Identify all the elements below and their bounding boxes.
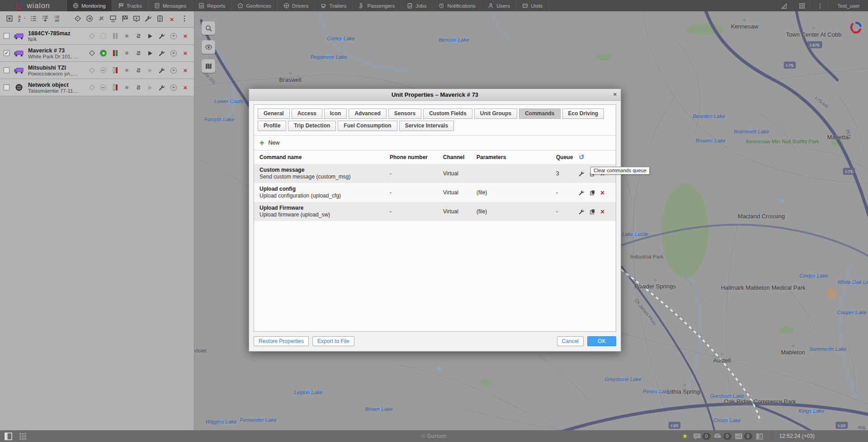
map-search-button[interactable] (202, 21, 215, 35)
nav-tracks[interactable]: Tracks (112, 0, 148, 11)
quick-track-icon[interactable] (145, 68, 155, 73)
unit-properties-icon[interactable] (157, 85, 167, 91)
wrench-icon[interactable] (145, 15, 152, 22)
quick-track-icon[interactable] (145, 34, 155, 38)
close-icon[interactable]: × (613, 91, 617, 98)
toolbar-list[interactable] (28, 15, 39, 24)
toolbar-list-all[interactable]: All (51, 15, 63, 24)
unit-checkbox[interactable]: ✓ (4, 50, 9, 56)
toolbar-sort-az[interactable]: AZ↓ (15, 15, 28, 24)
locate-unit-icon[interactable] (87, 34, 97, 38)
unit-properties-icon[interactable] (157, 33, 167, 39)
unit-properties-icon[interactable] (157, 67, 167, 74)
nav-monitoring[interactable]: Monitoring (67, 0, 112, 11)
mail-forward-counter[interactable]: 0 (714, 433, 731, 440)
nav-trailers[interactable]: Trailers (315, 0, 353, 11)
unit-checkbox[interactable] (4, 85, 9, 90)
toolbar-crosshair[interactable] (72, 15, 84, 24)
locate-unit-icon[interactable] (87, 51, 97, 55)
unit-row[interactable]: 1884CY-785mazN/AS× (0, 28, 194, 45)
window-panel-icon[interactable] (5, 433, 12, 440)
tab-fuel-consumption[interactable]: Fuel Consumption (338, 121, 397, 131)
unit-checkbox[interactable] (4, 33, 9, 39)
locate-unit-icon[interactable] (87, 68, 97, 72)
unit-menu-icon[interactable] (169, 67, 179, 74)
tab-custom-fields[interactable]: Custom Fields (423, 108, 472, 119)
unit-row[interactable]: ✓Maverick # 73White Park Dr 101, …S× (0, 45, 194, 62)
tab-sensors[interactable]: Sensors (388, 108, 421, 119)
antenna-icon[interactable] (98, 15, 105, 22)
remove-from-list-icon[interactable]: × (180, 67, 190, 74)
toolbar-wrench[interactable] (142, 15, 154, 24)
unit-properties-icon[interactable] (157, 50, 167, 56)
comment-counter[interactable]: 0 (693, 433, 711, 440)
tab-eco-driving[interactable]: Eco Driving (562, 108, 604, 119)
nav-drivers[interactable]: Drivers (278, 0, 315, 11)
tracking-icon[interactable]: S (134, 67, 144, 74)
restore-properties-button[interactable]: Restore Properties (254, 336, 309, 346)
copy-icon[interactable] (590, 209, 595, 215)
unit-checkbox[interactable] (4, 67, 9, 73)
remove-from-list-icon[interactable]: × (180, 85, 190, 91)
new-command-button[interactable]: + New (254, 136, 616, 150)
nav-units[interactable]: Units (516, 0, 549, 11)
delete-command-icon[interactable]: × (600, 190, 604, 196)
sort-az-icon[interactable]: AZ↓ (18, 15, 25, 22)
tab-commands[interactable]: Commands (519, 108, 560, 119)
list-icon[interactable] (30, 15, 37, 22)
nav-passengers[interactable]: Passengers (353, 0, 401, 11)
tab-icon[interactable]: Icon (324, 108, 347, 119)
ruler-triangle-button[interactable] (774, 0, 793, 11)
copy-icon[interactable] (590, 190, 595, 196)
nav-geofences[interactable]: Geofences (231, 0, 278, 11)
apps-grid-button[interactable] (793, 0, 811, 11)
map-eye-button[interactable] (202, 40, 215, 54)
nav-users[interactable]: Users (482, 0, 516, 11)
map-map-layers-button[interactable] (202, 59, 215, 73)
toolbar-follow-arrow[interactable] (84, 15, 95, 24)
apps-grid-icon[interactable] (19, 433, 27, 440)
screen-network-icon[interactable] (109, 15, 117, 22)
kebab-menu-icon[interactable] (181, 15, 188, 22)
list-add-icon[interactable] (42, 15, 49, 22)
wrench-icon[interactable] (159, 67, 165, 74)
remove-from-list-icon[interactable]: × (180, 50, 190, 56)
tab-access[interactable]: Access (292, 108, 322, 119)
wrench-icon[interactable] (159, 85, 165, 91)
toolbar-x-red[interactable]: × (166, 15, 178, 24)
unit-menu-icon[interactable] (169, 50, 179, 56)
wrench-icon[interactable] (159, 33, 165, 39)
unit-menu-icon[interactable] (169, 33, 179, 39)
flag-checkered-icon[interactable] (121, 15, 128, 22)
tab-unit-groups[interactable]: Unit Groups (474, 108, 517, 119)
locate-unit-icon[interactable] (87, 85, 97, 89)
nav-jobs[interactable]: Jobs (401, 0, 433, 11)
wrench-icon[interactable] (579, 171, 585, 177)
toolbar-screen-play[interactable] (131, 15, 142, 24)
clear-commands-queue-icon[interactable]: ↺ (579, 154, 585, 160)
toolbar-clipboard[interactable] (154, 15, 166, 24)
delete-command-icon[interactable]: × (600, 209, 604, 215)
nav-reports[interactable]: Reports (193, 0, 231, 11)
x-red-icon[interactable]: × (168, 16, 175, 23)
wrench-icon[interactable] (579, 190, 585, 196)
tracking-icon[interactable]: S (134, 50, 144, 56)
nav-notifications[interactable]: Notifications (433, 0, 482, 11)
star-icon[interactable]: ★ (682, 432, 688, 440)
toolbar-select-region[interactable] (4, 15, 15, 24)
tracking-icon[interactable]: S (134, 33, 144, 39)
wrench-icon[interactable] (579, 209, 585, 215)
user-menu[interactable]: Test_user (829, 0, 868, 11)
photo-counter[interactable]: 0 (735, 433, 752, 440)
unit-menu-icon[interactable] (169, 85, 179, 91)
toolbar-flag-checkered[interactable] (119, 15, 131, 24)
select-region-icon[interactable] (6, 15, 13, 22)
toolbar-antenna[interactable] (95, 15, 107, 24)
tab-trip-detection[interactable]: Trip Detection (288, 121, 336, 131)
tracking-icon[interactable]: S (134, 84, 144, 91)
toolbar-list-add[interactable] (39, 15, 51, 24)
wialon-logo[interactable]: wialon (0, 0, 67, 11)
tab-profile[interactable]: Profile (258, 121, 286, 131)
tab-service-intervals[interactable]: Service Intervals (399, 121, 454, 131)
unit-row[interactable]: Network objectTalasmäentie 77-11…S× (0, 79, 194, 96)
